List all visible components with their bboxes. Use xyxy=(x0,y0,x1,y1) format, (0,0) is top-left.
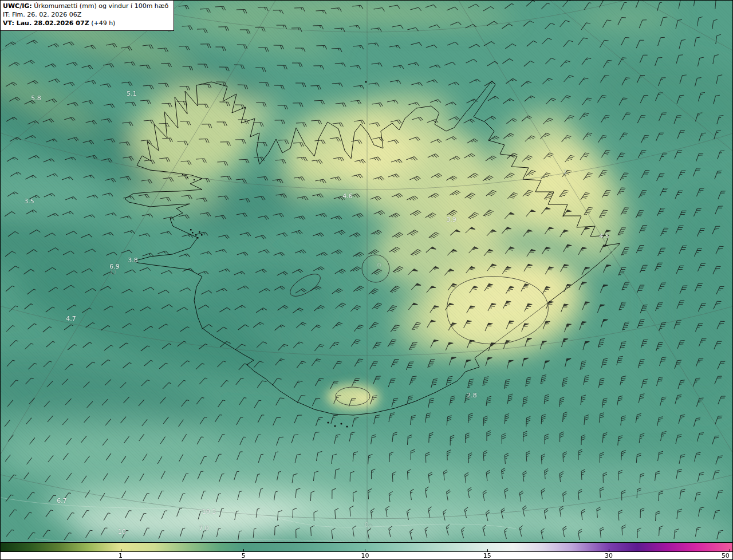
model-label: UWC/IG: xyxy=(3,2,32,10)
valid-time: VT: Lau. 28.02.2026 07Z xyxy=(3,19,89,27)
colorbar-tick-label: 1 xyxy=(119,552,123,559)
colorbar-gradient xyxy=(1,542,732,552)
colorbar-tick-mark xyxy=(730,549,730,552)
weather-map-figure: 5.85.13.54.63.94.56.93.84.72.86.710.37.0… xyxy=(0,0,733,560)
map-title: Úrkomumætti (mm) og vindur í 100m hæð xyxy=(34,2,168,10)
colorbar-tick-label: 10 xyxy=(361,552,369,559)
colorbar: 1510153050 xyxy=(1,542,732,559)
precipitation-field-detail xyxy=(326,384,379,409)
map-title-line: UWC/IG: Úrkomumætti (mm) og vindur í 100… xyxy=(3,2,168,11)
colorbar-tick-label: 15 xyxy=(483,552,491,559)
title-box: UWC/IG: Úrkomumætti (mm) og vindur í 100… xyxy=(1,1,174,31)
colorbar-tick-label: 50 xyxy=(722,552,730,559)
colorbar-tick-label: 5 xyxy=(242,552,246,559)
map-canvas xyxy=(1,1,733,543)
init-time-line: IT: Fim. 26. 02. 2026 06Z xyxy=(3,11,168,19)
valid-time-offset: (+49 h) xyxy=(91,19,115,27)
colorbar-tick-label: 30 xyxy=(605,552,613,559)
valid-time-line: VT: Lau. 28.02.2026 07Z (+49 h) xyxy=(3,19,168,28)
